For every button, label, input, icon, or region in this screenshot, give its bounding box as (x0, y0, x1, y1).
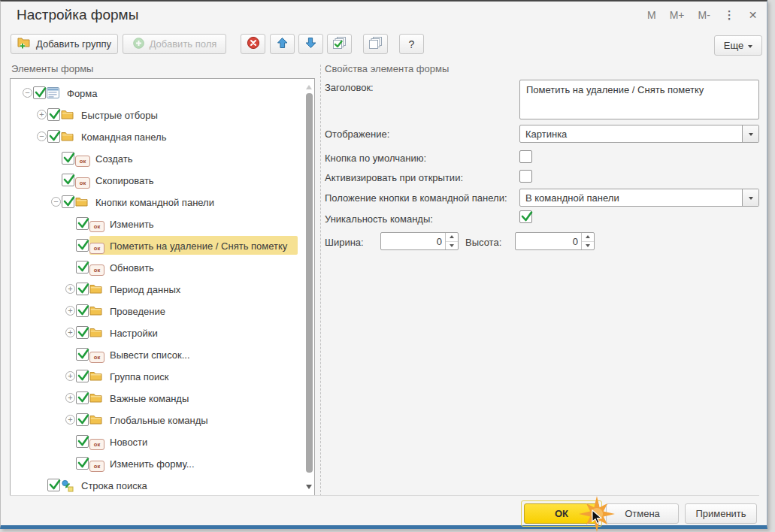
tree-checkbox[interactable] (76, 239, 89, 252)
form-elements-tree[interactable]: −Форма+Быстрые отборы−Командная панельок… (10, 78, 315, 496)
delete-button[interactable] (241, 34, 265, 54)
spin-up-icon[interactable] (582, 233, 594, 242)
tree-checkbox[interactable] (76, 370, 89, 382)
tree-item[interactable]: +Настройки (11, 322, 314, 343)
tree-item-label[interactable]: Важные команды (110, 393, 189, 404)
tree-checkbox[interactable] (47, 108, 60, 121)
kebab-menu-icon[interactable]: ⋮ (724, 8, 735, 22)
tree-item-label[interactable]: Командная панель (81, 131, 166, 143)
tree-item[interactable]: +Период данных (11, 278, 314, 300)
tree-item-label[interactable]: Вывести список... (110, 349, 190, 361)
tree-item[interactable]: окВывести список... (11, 343, 314, 365)
tree-item-label[interactable]: Глобальные команды (110, 415, 208, 426)
display-combobox[interactable]: Картинка (519, 125, 759, 143)
check-all-button[interactable] (327, 34, 352, 54)
tree-expander-plus-icon[interactable]: + (65, 415, 75, 425)
tree-expander-minus-icon[interactable]: − (37, 131, 47, 141)
tree-item[interactable]: −Кнопки командной панели (11, 191, 314, 213)
tree-item[interactable]: окИзменить форму... (11, 452, 314, 474)
tree-expander-minus-icon[interactable]: − (23, 88, 32, 98)
default-button-checkbox[interactable] (519, 150, 532, 163)
memory-button-m-plus[interactable]: M+ (670, 9, 685, 21)
spin-down-icon[interactable] (582, 242, 594, 250)
tree-item-label[interactable]: Настройки (110, 328, 158, 339)
move-down-button[interactable] (298, 34, 323, 54)
add-fields-label: Добавить поля (150, 38, 217, 50)
tree-item[interactable]: окНовости (11, 431, 314, 452)
tree-item-label[interactable]: Изменить (110, 219, 154, 230)
tree-item[interactable]: +Группа поиск (11, 365, 314, 387)
tree-checkbox[interactable] (76, 413, 89, 426)
command-unique-checkbox[interactable] (519, 210, 532, 223)
tree-item-label[interactable]: Проведение (110, 306, 165, 317)
width-input[interactable] (383, 234, 442, 249)
tree-checkbox[interactable] (76, 217, 89, 230)
tree-checkbox[interactable] (76, 348, 89, 361)
tree-checkbox[interactable] (76, 304, 89, 317)
button-position-combobox[interactable]: В командной панели (519, 189, 759, 207)
tree-item-label[interactable]: Быстрые отборы (81, 110, 158, 121)
memory-button-m[interactable]: M (647, 9, 656, 21)
tree-checkbox[interactable] (62, 195, 74, 208)
tree-checkbox[interactable] (76, 326, 89, 339)
tree-item[interactable]: −Командная панель (11, 125, 314, 147)
tree-checkbox[interactable] (62, 152, 74, 165)
button-position-dropdown-button[interactable] (742, 189, 758, 206)
help-button[interactable]: ? (399, 34, 424, 54)
tree-item[interactable]: окСкопировать (11, 169, 314, 191)
tree-item-label[interactable]: Новости (110, 437, 147, 448)
tree-checkbox[interactable] (76, 435, 89, 448)
tree-expander-plus-icon[interactable]: + (65, 328, 75, 337)
tree-expander-minus-icon[interactable]: − (51, 197, 61, 207)
tree-item[interactable]: окПометить на удаление / Снять пометку (11, 234, 314, 256)
tree-item[interactable]: +Важные команды (11, 387, 314, 409)
more-button[interactable]: Еще (714, 35, 762, 56)
tree-expander-plus-icon[interactable]: + (65, 371, 75, 381)
tree-checkbox[interactable] (47, 479, 60, 491)
apply-button[interactable]: Применить (685, 503, 757, 524)
tree-expander-plus-icon[interactable]: + (65, 284, 75, 294)
uncheck-all-button[interactable] (363, 34, 388, 54)
tree-item-label[interactable]: Группа поиск (110, 371, 169, 382)
activate-on-open-checkbox[interactable] (519, 170, 532, 183)
tree-item-label[interactable]: Скопировать (95, 175, 154, 186)
tree-item-label[interactable]: Пометить на удаление / Снять пометку (110, 240, 287, 252)
tree-item-label[interactable]: Изменить форму... (110, 458, 195, 470)
tree-item-label[interactable]: Строка поиска (81, 480, 147, 491)
panel-splitter[interactable] (320, 65, 321, 496)
tree-checkbox[interactable] (76, 283, 89, 295)
tree-item[interactable]: +Проведение (11, 300, 314, 322)
tree-checkbox[interactable] (76, 457, 89, 470)
tree-item-label[interactable]: Создать (95, 153, 132, 165)
close-icon[interactable]: ✕ (749, 9, 758, 21)
height-stepper[interactable] (515, 232, 595, 250)
tree-item[interactable]: +Быстрые отборы (11, 104, 314, 125)
spin-down-icon[interactable] (446, 242, 458, 250)
tree-expander-plus-icon[interactable]: + (65, 393, 75, 403)
tree-item[interactable]: Строка поиска (11, 474, 314, 496)
title-input[interactable]: Пометить на удаление / Снять пометку (519, 80, 759, 119)
spin-up-icon[interactable] (446, 233, 458, 242)
tree-item[interactable]: −Форма (11, 82, 314, 104)
width-stepper[interactable] (380, 232, 459, 250)
add-group-button[interactable]: Добавить группу (11, 34, 118, 54)
tree-item[interactable]: окОбновить (11, 256, 314, 278)
tree-item-label[interactable]: Обновить (110, 262, 154, 274)
tree-item-label[interactable]: Период данных (110, 284, 180, 295)
tree-checkbox[interactable] (62, 174, 74, 186)
tree-expander-plus-icon[interactable]: + (37, 110, 47, 119)
tree-item[interactable]: окСоздать (11, 147, 314, 169)
tree-item-label[interactable]: Форма (67, 88, 98, 99)
tree-item[interactable]: окИзменить (11, 213, 314, 234)
tree-checkbox[interactable] (33, 86, 46, 99)
tree-checkbox[interactable] (76, 261, 89, 274)
tree-checkbox[interactable] (76, 391, 89, 404)
tree-item[interactable]: +Глобальные команды (11, 409, 314, 431)
height-input[interactable] (518, 234, 578, 249)
move-up-button[interactable] (270, 34, 295, 54)
memory-button-m-minus[interactable]: M- (698, 9, 710, 21)
display-dropdown-button[interactable] (742, 125, 758, 142)
tree-expander-plus-icon[interactable]: + (65, 306, 75, 316)
tree-item-label[interactable]: Кнопки командной панели (95, 197, 214, 208)
tree-checkbox[interactable] (47, 130, 60, 143)
